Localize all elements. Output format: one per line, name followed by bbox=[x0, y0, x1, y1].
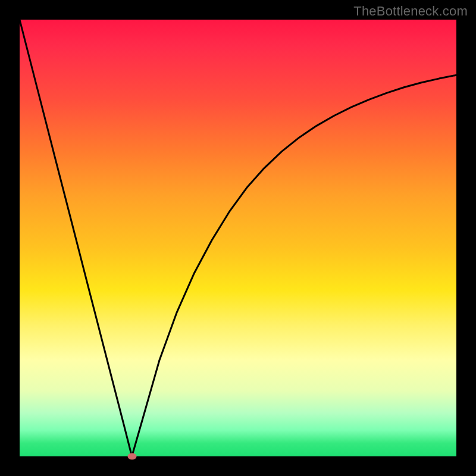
watermark-text: TheBottleneck.com bbox=[353, 4, 468, 19]
curve-svg bbox=[20, 20, 456, 456]
chart-frame: TheBottleneck.com bbox=[0, 0, 476, 476]
minimum-marker bbox=[127, 453, 136, 460]
bottleneck-curve bbox=[20, 20, 456, 456]
